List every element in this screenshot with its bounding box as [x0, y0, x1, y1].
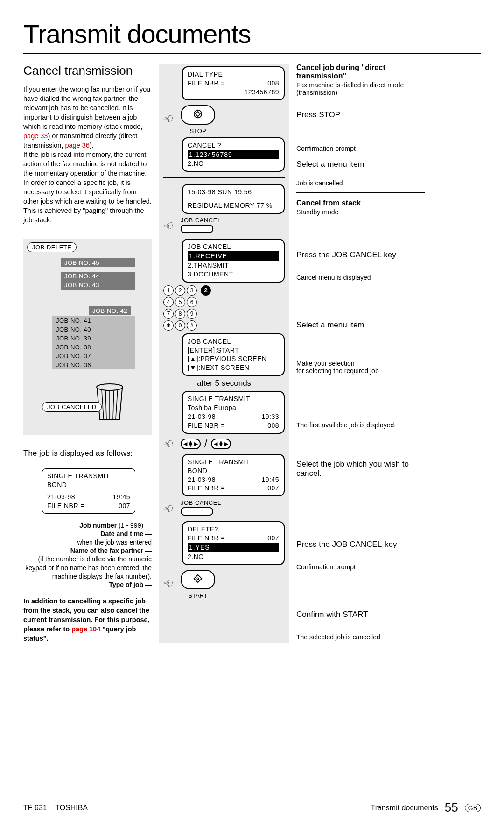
lcd-line: [▲]:PREVIOUS SCREEN: [188, 354, 279, 363]
nav-pad-right[interactable]: ◀ ▲▼ ▶: [211, 439, 231, 449]
job-row: JOB NO. 38: [52, 343, 135, 352]
annot-label: Job number: [79, 522, 117, 529]
svg-line-5: [116, 390, 118, 419]
hand-icon: ☞: [161, 435, 176, 453]
lcd-file-label: FILE NBR =: [188, 484, 225, 493]
note-direct: Fax machine is dialled in direct mode (t…: [296, 81, 425, 96]
key-8[interactable]: 8: [175, 309, 185, 319]
job-row: JOB NO. 42: [89, 306, 131, 315]
key-2[interactable]: 2: [175, 285, 185, 296]
lcd-selected: 1.123456789: [188, 150, 279, 160]
note-confirm: Confirmation prompt: [296, 145, 425, 152]
jobcancel-key[interactable]: [181, 225, 213, 233]
stop-label: STOP: [181, 127, 215, 134]
jobbox-date: 21-03-98: [47, 493, 75, 502]
key-7[interactable]: 7: [163, 309, 174, 319]
lcd-file-value: 007: [267, 484, 279, 493]
nav-pad-left[interactable]: ◀ ▲▼ ▶: [181, 439, 201, 449]
lcd-line: FILE NBR =: [188, 79, 225, 88]
key-9[interactable]: 9: [187, 309, 197, 319]
nav-right-icon: ▶: [224, 441, 228, 447]
lcd-file-label: FILE NBR =: [188, 534, 225, 543]
page-ref-104: page 104: [71, 625, 100, 633]
numeric-keypad[interactable]: 1 2 3 4 5 6 7 8 9 ✱ 0 #: [163, 285, 197, 331]
lcd-single-transmit-1: SINGLE TRANSMIT Toshiba Europa 21-03-981…: [182, 391, 285, 434]
nav-left-icon: ◀: [183, 441, 187, 447]
svg-rect-7: [196, 111, 200, 116]
svg-point-8: [197, 578, 199, 580]
note-make-selection-1: Make your selection: [296, 360, 425, 367]
nav-slash: /: [204, 438, 207, 450]
key-5[interactable]: 5: [175, 297, 185, 307]
svg-point-0: [97, 384, 123, 390]
hand-icon: ☞: [161, 500, 176, 517]
lcd-line: 2.NO: [188, 552, 279, 561]
instr-confirm-start: Confirm with START: [296, 610, 425, 619]
middle-column: DIAL TYPE FILE NBR =008 123456789 ☞ STOP…: [159, 64, 289, 643]
jobbox-time: 19:45: [112, 493, 130, 502]
lcd-line: 2.TRANSMIT: [188, 261, 279, 270]
lcd-line: [ENTER]:START: [188, 346, 279, 355]
subheading-stack: Cancel from stack: [296, 199, 425, 207]
hand-icon: ☞: [161, 110, 176, 127]
lcd-line: 3.DOCUMENT: [188, 270, 279, 279]
jobcancel-key-2[interactable]: [181, 507, 213, 516]
lcd-single-transmit-2: SINGLE TRANSMIT BOND 21-03-9819:45 FILE …: [182, 454, 285, 497]
lcd-line: CANCEL ?: [188, 141, 279, 150]
instr-select-job: Select the job which you wish to cancel.: [296, 460, 425, 478]
start-button[interactable]: [181, 570, 215, 589]
note-make-selection-2: for selecting the required job: [296, 367, 425, 375]
nav-down-icon: ▼: [188, 444, 193, 447]
annot-label: Date and time: [100, 530, 143, 538]
note-selected-cancelled: The selected job is cancelled: [296, 633, 425, 641]
annot-jobnumber: Job number (1 - 999) —: [23, 521, 152, 530]
page-title: Transmit documents: [23, 19, 481, 49]
intro-text-1a: If you enter the wrong fax number or if …: [23, 85, 150, 130]
lcd-time: 19:33: [261, 412, 279, 421]
key-4[interactable]: 4: [163, 297, 174, 307]
intro-para-2: If the job is read into memory, the curr…: [23, 150, 152, 225]
job-row: JOB NO. 41: [52, 316, 135, 325]
630: 007: [267, 534, 279, 543]
annot-datetime-text: when the job was entered: [23, 538, 152, 546]
svg-line-1: [102, 390, 104, 419]
nav-left-icon: ◀: [214, 441, 217, 447]
lcd-selected: 1.RECEIVE: [188, 251, 279, 261]
intro-text-1c: ).: [90, 142, 94, 149]
note-cancel-menu: Cancel menu is displayed: [296, 274, 425, 281]
key-0[interactable]: 0: [175, 320, 185, 331]
jobbox-type: SINGLE TRANSMIT: [47, 472, 130, 481]
lcd-file-label: FILE NBR =: [188, 421, 225, 430]
hand-icon: ☞: [161, 575, 176, 592]
key-1[interactable]: 1: [163, 285, 174, 296]
annot-type: Type of job —: [23, 580, 152, 589]
job-row: JOB NO. 40: [52, 325, 135, 334]
lcd-selected: 1.YES: [188, 543, 279, 552]
start-icon: [193, 573, 203, 584]
job-canceled-pill: JOB CANCELED: [42, 402, 102, 412]
key-star[interactable]: ✱: [163, 320, 174, 331]
stop-button[interactable]: [181, 105, 215, 125]
annot-name: Name of the fax partner —: [23, 546, 152, 555]
job-stack-bottom: JOB NO. 41 JOB NO. 40 JOB NO. 39 JOB NO.…: [52, 316, 135, 369]
footer-section: Transmit documents: [371, 804, 438, 812]
title-rule: [23, 53, 481, 54]
annot-range: (1 - 999): [117, 522, 143, 529]
lcd-cancel-prompt: CANCEL ? 1.123456789 2.NO: [182, 137, 285, 172]
key-3[interactable]: 3: [187, 285, 197, 296]
jobbox-file-label: FILE NBR =: [47, 502, 84, 510]
section-divider-2: [296, 192, 425, 193]
stop-icon: [193, 109, 203, 119]
additional-note: In addition to cancelling a specific job…: [23, 596, 152, 643]
intro-para-1: If you enter the wrong fax number or if …: [23, 85, 152, 150]
jobcancel-key-label: JOB CANCEL: [181, 217, 221, 224]
lcd-line: JOB CANCEL: [188, 242, 279, 251]
annot-label: Name of the fax partner: [70, 547, 143, 554]
section-heading: Cancel transmission: [23, 64, 152, 78]
lcd-delete-prompt: DELETE? FILE NBR =007 1.YES 2.NO: [182, 521, 285, 565]
page-ref-36: page 36: [65, 142, 89, 149]
instr-press-jobcancel-2: Press the JOB CANCEL-key: [296, 540, 425, 549]
key-6[interactable]: 6: [187, 297, 197, 307]
footer-lang: GB: [465, 804, 481, 812]
key-hash[interactable]: #: [187, 320, 197, 331]
